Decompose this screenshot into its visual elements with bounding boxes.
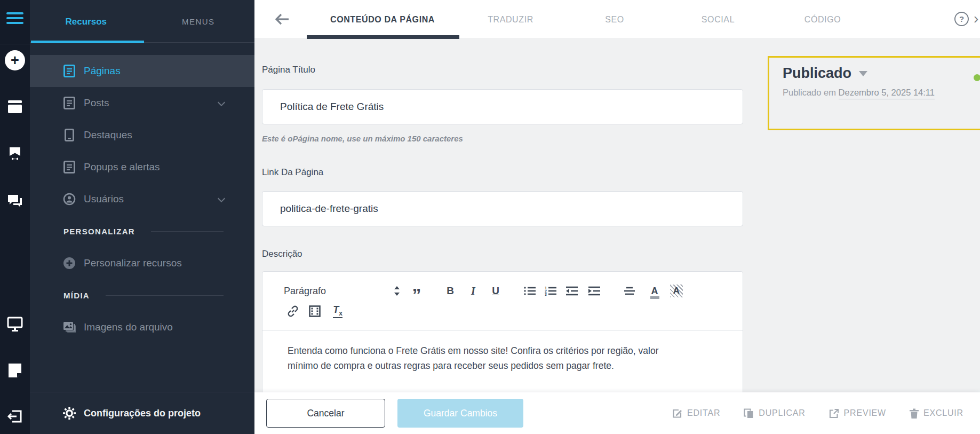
status-dropdown[interactable]: Publicado [783,65,867,82]
published-at: Publicado em Dezembro 5, 2025 14:11 [783,88,935,98]
title-label: Página Título [262,65,315,75]
main-panel: CONTEÚDO DA PÁGINA TRADUZIR SEO SOCIAL C… [254,0,980,434]
edit-icon [672,408,682,419]
back-arrow-icon[interactable] [272,10,293,29]
sidebar-item-usuarios[interactable]: Usuários [30,183,254,215]
section-header-midia: MÍDIA [30,279,254,311]
rail-divider [0,44,30,44]
archive-box-icon[interactable] [0,99,30,115]
unordered-list-icon[interactable] [523,281,537,301]
tablet-icon [62,129,76,141]
save-button[interactable]: Guardar Cambios [397,399,523,428]
link-label: Link Da Página [262,167,323,178]
published-date[interactable]: Dezembro 5, 2025 14:11 [839,88,935,99]
tab-conteudo-da-pagina[interactable]: CONTEÚDO DA PÁGINA [318,0,447,39]
align-icon[interactable] [622,281,637,301]
footer-action-bar: Cancelar Guardar Cambios EDITAR DUPLICAR [254,392,980,434]
sidebar-item-popups[interactable]: Popups e alertas [30,151,254,183]
monitor-icon[interactable] [0,317,30,332]
sidebar-footer-label: Configurações do projeto [84,408,201,419]
sidebar-tabs: Recursos MENUS [30,0,254,43]
icon-rail: + [0,0,30,434]
publish-status-panel: Publicado Publicado em Dezembro 5, 2025 … [768,56,980,130]
menu-hamburger-icon[interactable] [0,6,30,30]
paragraph-style-select[interactable]: Parágrafo [284,281,342,301]
add-circle-icon[interactable]: + [0,50,30,70]
duplicate-action[interactable]: DUPLICAR [744,408,805,419]
editor-toolbar-row1: Parágrafo ” B I U 123 [262,281,743,301]
document-icon [62,161,76,173]
delete-action[interactable]: EXCLUIR [910,408,963,419]
description-label: Descrição [262,249,302,259]
document-icon [62,65,76,77]
section-header-personalizar: PERSONALIZAR [30,215,254,247]
edit-action[interactable]: EDITAR [672,408,720,419]
app-window: + Recursos MENUS [0,0,980,434]
plus-circle-icon [62,257,76,270]
status-dot [974,74,980,81]
collapse-chevron-icon[interactable]: › [974,10,978,27]
exit-icon[interactable] [0,409,30,424]
chat-bubbles-icon[interactable] [0,193,30,208]
highlight-color-icon[interactable]: A [670,281,683,301]
sidebar-item-label: Páginas [84,65,121,77]
tab-traduzir[interactable]: TRADUZIR [463,0,559,39]
status-label: Publicado [783,65,851,82]
toolbar-divider [262,330,743,331]
duplicate-icon [744,408,754,419]
page-tabbar: CONTEÚDO DA PÁGINA TRADUZIR SEO SOCIAL C… [254,0,980,39]
tab-seo[interactable]: SEO [588,0,641,39]
document-icon [62,97,76,109]
sidebar-item-label: Usuários [84,193,124,205]
editor-toolbar-row2: Tx [262,302,743,321]
title-input[interactable] [262,89,743,124]
video-icon[interactable] [307,302,322,321]
text-color-icon[interactable]: A [648,281,662,301]
bold-icon[interactable]: B [443,281,458,301]
note-icon[interactable] [0,362,30,377]
active-tab-underline [31,41,144,43]
sidebar-item-paginas[interactable]: Páginas [30,55,254,87]
ordered-list-icon[interactable]: 123 [544,281,557,301]
link-icon[interactable] [285,302,300,321]
chevron-down-icon [218,99,225,106]
external-link-icon [829,408,839,419]
link-input[interactable] [262,191,743,226]
sidebar-item-label: Popups e alertas [84,161,160,173]
sidebar-menu: Páginas Posts Destaques Popups e al [30,55,254,343]
preview-action[interactable]: PREVIEW [829,408,886,419]
record-actions: EDITAR DUPLICAR PREVIEW [672,392,963,434]
outdent-icon[interactable] [564,281,579,301]
sidebar-item-personalizar-recursos[interactable]: Personalizar recursos [30,247,254,279]
published-prefix: Publicado em [783,88,836,97]
caret-down-icon [859,71,867,76]
tab-codigo[interactable]: CÓDIGO [783,0,863,39]
clear-formatting-icon[interactable]: Tx [330,302,346,321]
title-helper-text: Este é oPágina nome, use un máximo 150 c… [262,134,463,143]
description-content[interactable]: Entenda como funciona o Frete Grátis em … [288,344,677,373]
underline-icon[interactable]: U [488,281,503,301]
sidebar-item-label: Posts [84,97,109,109]
sidebar-item-label: Personalizar recursos [84,257,182,269]
font-size-icon[interactable] [391,281,403,301]
gear-icon [61,406,77,420]
trash-icon [910,408,919,419]
images-icon [62,321,76,334]
svg-text:3: 3 [545,293,547,296]
sidebar-item-label: Imagens do arquivo [84,321,173,333]
sidebar-item-imagens[interactable]: Imagens do arquivo [30,311,254,343]
cancel-button[interactable]: Cancelar [266,399,385,428]
italic-icon[interactable]: I [466,281,481,301]
tab-social[interactable]: SOCIAL [678,0,758,39]
indent-icon[interactable] [587,281,602,301]
sidebar-item-posts[interactable]: Posts [30,87,254,119]
bookmark-icon[interactable] [0,146,30,161]
help-icon[interactable]: ? [954,12,969,26]
blockquote-icon[interactable]: ” [409,281,425,301]
active-tab-underline [307,35,459,39]
sidebar-item-destaques[interactable]: Destaques [30,119,254,151]
sidebar-item-configuracoes[interactable]: Configurações do projeto [30,392,254,434]
sidebar-tab-menus[interactable]: MENUS [142,0,255,43]
sidebar: Recursos MENUS Páginas Posts [30,0,254,434]
sidebar-tab-recursos[interactable]: Recursos [30,0,142,43]
